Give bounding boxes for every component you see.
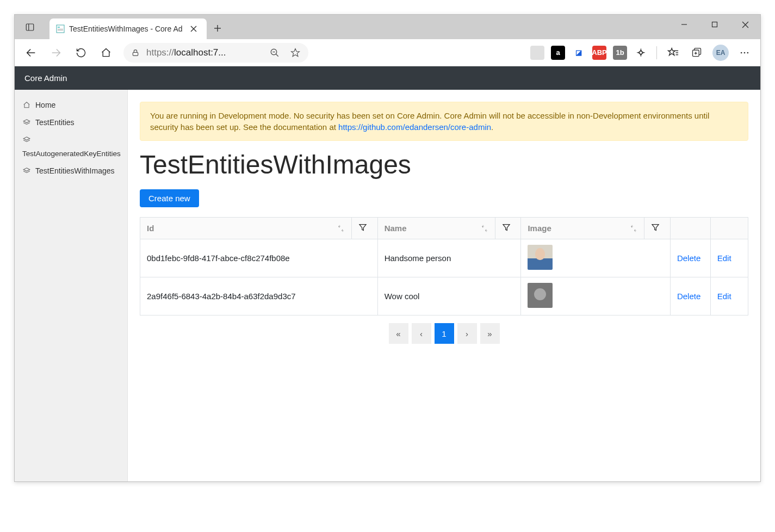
page-next-button[interactable]: › — [457, 323, 477, 344]
ext-abp-icon: ABP — [592, 46, 606, 60]
cell-id: 0bd1febc-9fd8-417f-abce-cf8c274fb08e — [140, 239, 378, 277]
svg-marker-35 — [503, 225, 510, 231]
col-header-name[interactable]: Name — [377, 218, 495, 239]
nav-back-button[interactable] — [20, 42, 42, 64]
nav-forward-button[interactable] — [45, 42, 67, 64]
browser-toolbar: https://localhost:7... a◪ABP1b✧ EA — [15, 39, 760, 66]
window-close-button[interactable] — [730, 15, 760, 34]
cell-name: Handsome person — [377, 239, 521, 277]
zoom-button[interactable] — [266, 48, 283, 58]
home-icon — [22, 101, 31, 109]
ext-abp-button[interactable]: ABP — [589, 42, 610, 63]
col-header-edit — [710, 218, 748, 239]
tab-favicon — [56, 24, 65, 33]
ext-privacy-icon: a — [551, 46, 565, 60]
stack-icon — [22, 118, 31, 127]
address-bar[interactable]: https://localhost:7... — [123, 43, 308, 63]
col-header-id[interactable]: Id — [140, 218, 352, 239]
more-menu-button[interactable] — [734, 42, 755, 63]
svg-point-28 — [741, 52, 742, 53]
ext-bitwarden-icon: ◪ — [572, 46, 586, 60]
sort-icon[interactable] — [337, 225, 345, 232]
url-text: https://localhost:7... — [146, 47, 263, 58]
col-header-image[interactable]: Image — [521, 218, 644, 239]
tab-close-button[interactable] — [187, 22, 200, 35]
app-brand-bar: Core Admin — [15, 66, 760, 90]
nav-refresh-button[interactable] — [70, 42, 92, 64]
svg-marker-36 — [652, 225, 659, 231]
sidebar-item-home[interactable]: Home — [15, 96, 127, 114]
svg-marker-34 — [359, 225, 366, 231]
edit-link[interactable]: Edit — [717, 253, 731, 263]
cell-image — [521, 239, 671, 277]
toolbar-divider — [656, 46, 657, 59]
page-prev-button[interactable]: ‹ — [412, 323, 431, 344]
cell-edit: Edit — [710, 239, 748, 277]
alert-text-after: . — [491, 122, 493, 132]
sidebar-item-testentitieswithimages[interactable]: TestEntitiesWithImages — [15, 162, 127, 180]
favorite-button[interactable] — [287, 48, 304, 58]
ext-1-button[interactable] — [527, 42, 548, 63]
sidebar-item-label: Home — [35, 101, 55, 109]
window-minimize-button[interactable] — [669, 15, 699, 34]
profile-button[interactable]: EA — [710, 42, 731, 63]
col-filter-image[interactable] — [644, 218, 671, 239]
ext-privacy-button[interactable]: a — [548, 42, 568, 63]
thumbnail-image — [528, 245, 553, 270]
dev-mode-alert: You are running in Development mode. No … — [140, 102, 748, 141]
svg-marker-21 — [668, 48, 675, 55]
app-brand[interactable]: Core Admin — [24, 73, 67, 83]
ext-bitwarden-button[interactable]: ◪ — [568, 42, 589, 63]
stack-icon — [22, 135, 31, 144]
ext-1b-button[interactable]: 1b — [610, 42, 630, 63]
tab-actions-button[interactable] — [15, 15, 45, 39]
app-main: You are running in Development mode. No … — [128, 90, 760, 481]
delete-link[interactable]: Delete — [677, 253, 700, 263]
window-maximize-button[interactable] — [699, 15, 730, 34]
edit-link[interactable]: Edit — [717, 292, 731, 301]
sidebar-item-label: TestEntitiesWithImages — [35, 166, 115, 175]
ext-1b-icon: 1b — [613, 46, 627, 60]
page-first-button[interactable]: « — [389, 323, 408, 344]
sort-icon[interactable] — [481, 225, 488, 232]
alert-link[interactable]: https://github.com/edandersen/core-admin — [338, 122, 491, 132]
nav-home-button[interactable] — [95, 42, 117, 64]
page-title: TestEntitiesWithImages — [140, 150, 748, 180]
cell-delete: Delete — [670, 277, 710, 316]
svg-marker-31 — [23, 120, 30, 123]
cell-image — [521, 277, 671, 316]
tab-title: TestEntitiesWithImages - Core Ad — [69, 24, 183, 33]
sidebar-item-testentities[interactable]: TestEntities — [15, 114, 127, 131]
col-filter-id[interactable] — [352, 218, 378, 239]
cell-edit: Edit — [710, 277, 748, 316]
collections-button[interactable] — [686, 42, 707, 63]
col-filter-name[interactable] — [495, 218, 521, 239]
app-sidebar: HomeTestEntitiesTestAutogeneratedKeyEnti… — [15, 90, 128, 481]
ext-puzzle-icon: ✧ — [634, 46, 648, 60]
browser-tab[interactable]: TestEntitiesWithImages - Core Ad — [49, 18, 207, 39]
favorites-list-button[interactable] — [662, 42, 683, 63]
svg-point-29 — [744, 52, 746, 53]
svg-rect-11 — [712, 22, 717, 27]
create-new-button[interactable]: Create new — [140, 189, 199, 207]
ext-puzzle-button[interactable]: ✧ — [630, 42, 651, 63]
table-row: 2a9f46f5-6843-4a2b-84b4-a63f2da9d3c7Wow … — [140, 277, 748, 316]
cell-delete: Delete — [670, 239, 710, 277]
delete-link[interactable]: Delete — [677, 292, 700, 301]
sidebar-item-testautogeneratedkeyentities[interactable]: TestAutogeneratedKeyEntities — [15, 131, 127, 162]
page-last-button[interactable]: » — [480, 323, 500, 344]
pagination: «‹1›» — [140, 323, 748, 344]
ext-1-icon — [530, 46, 544, 60]
table-row: 0bd1febc-9fd8-417f-abce-cf8c274fb08eHand… — [140, 239, 748, 277]
svg-point-30 — [747, 52, 749, 53]
stack-icon — [22, 166, 31, 175]
svg-line-18 — [276, 54, 278, 57]
page-1-button[interactable]: 1 — [435, 323, 454, 344]
svg-marker-20 — [292, 48, 300, 56]
entities-table: Id Name Image — [140, 217, 748, 316]
site-info-button[interactable] — [128, 48, 143, 57]
sort-icon[interactable] — [630, 225, 637, 232]
cell-id: 2a9f46f5-6843-4a2b-84b4-a63f2da9d3c7 — [140, 277, 378, 316]
new-tab-button[interactable] — [207, 17, 228, 39]
svg-marker-32 — [23, 137, 30, 140]
